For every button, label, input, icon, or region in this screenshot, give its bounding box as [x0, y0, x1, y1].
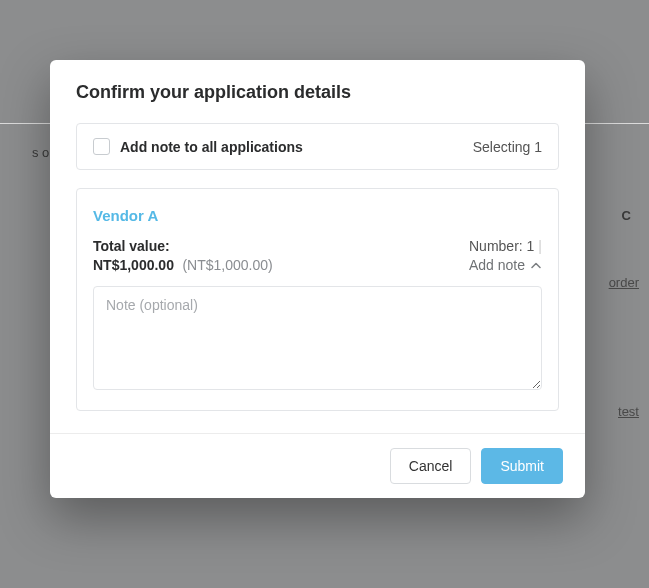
cancel-button[interactable]: Cancel	[390, 448, 472, 484]
add-note-toggle[interactable]: Add note	[469, 257, 541, 273]
total-value-label: Total value:	[93, 238, 469, 254]
selecting-count: Selecting 1	[473, 139, 542, 155]
vendor-panel: Vendor A Total value: NT$1,000.00 (NT$1,…	[76, 188, 559, 411]
add-note-all-row: Add note to all applications	[93, 138, 303, 155]
add-note-all-checkbox[interactable]	[93, 138, 110, 155]
total-value-sub: (NT$1,000.00)	[182, 257, 272, 273]
vendor-meta-block: Number: 1| Add note	[469, 238, 542, 274]
modal-footer: Cancel Submit	[50, 433, 585, 498]
bg-text-fragment: C	[622, 208, 631, 223]
chevron-up-icon	[531, 262, 541, 269]
bg-link-fragment: test	[618, 404, 639, 419]
number-count: Number: 1|	[469, 238, 542, 254]
vendor-details-row: Total value: NT$1,000.00 (NT$1,000.00) N…	[93, 238, 542, 274]
modal-header: Confirm your application details	[50, 60, 585, 123]
modal-body: Add note to all applications Selecting 1…	[50, 123, 585, 433]
total-value-amount: NT$1,000.00	[93, 257, 174, 273]
vendor-total-block: Total value: NT$1,000.00 (NT$1,000.00)	[93, 238, 469, 274]
confirm-application-modal: Confirm your application details Add not…	[50, 60, 585, 498]
modal-title: Confirm your application details	[76, 82, 559, 103]
note-textarea[interactable]	[93, 286, 542, 390]
vendor-name: Vendor A	[93, 207, 542, 224]
bg-link-fragment: order	[609, 275, 639, 290]
add-note-all-label: Add note to all applications	[120, 139, 303, 155]
bulk-note-panel: Add note to all applications Selecting 1	[76, 123, 559, 170]
add-note-toggle-label: Add note	[469, 257, 525, 273]
submit-button[interactable]: Submit	[481, 448, 563, 484]
